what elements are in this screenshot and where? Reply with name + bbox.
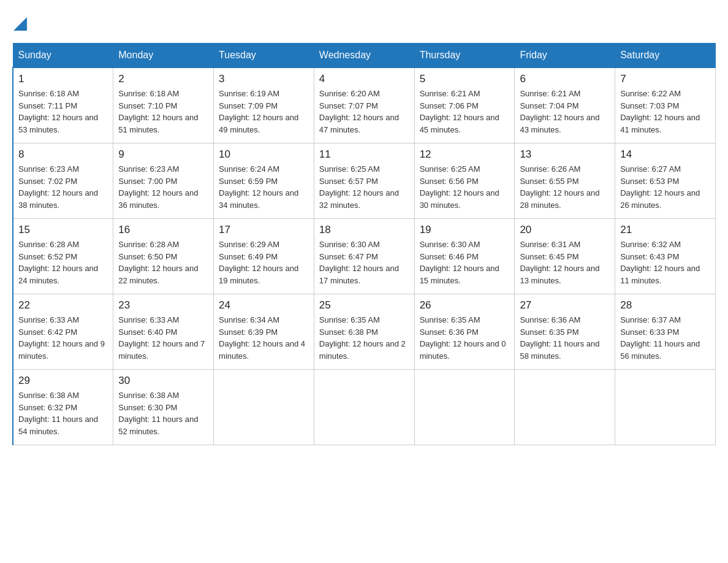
calendar-cell: 10 Sunrise: 6:24 AM Sunset: 6:59 PM Dayl… xyxy=(214,144,314,219)
day-number: 15 xyxy=(18,224,108,236)
calendar-cell: 6 Sunrise: 6:21 AM Sunset: 7:04 PM Dayli… xyxy=(515,67,615,144)
calendar-cell: 14 Sunrise: 6:27 AM Sunset: 6:53 PM Dayl… xyxy=(615,144,716,219)
day-number: 1 xyxy=(18,73,108,85)
day-number: 14 xyxy=(620,148,710,161)
day-info: Sunrise: 6:28 AM Sunset: 6:50 PM Dayligh… xyxy=(118,239,208,286)
calendar-cell: 16 Sunrise: 6:28 AM Sunset: 6:50 PM Dayl… xyxy=(113,219,214,294)
calendar-cell xyxy=(414,370,515,445)
calendar-cell: 1 Sunrise: 6:18 AM Sunset: 7:11 PM Dayli… xyxy=(13,67,113,144)
day-info: Sunrise: 6:33 AM Sunset: 6:42 PM Dayligh… xyxy=(18,314,108,362)
svg-marker-0 xyxy=(13,17,27,31)
day-number: 6 xyxy=(520,73,610,85)
calendar-cell: 21 Sunrise: 6:32 AM Sunset: 6:43 PM Dayl… xyxy=(615,219,716,294)
calendar-cell: 30 Sunrise: 6:38 AM Sunset: 6:30 PM Dayl… xyxy=(113,370,214,445)
day-info: Sunrise: 6:23 AM Sunset: 7:02 PM Dayligh… xyxy=(18,163,108,211)
day-number: 5 xyxy=(420,73,510,85)
day-info: Sunrise: 6:23 AM Sunset: 7:00 PM Dayligh… xyxy=(118,163,208,211)
calendar-cell xyxy=(515,370,615,445)
day-info: Sunrise: 6:31 AM Sunset: 6:45 PM Dayligh… xyxy=(520,239,610,286)
day-number: 4 xyxy=(319,73,409,85)
day-number: 3 xyxy=(219,73,309,85)
day-number: 7 xyxy=(620,73,710,85)
day-info: Sunrise: 6:18 AM Sunset: 7:11 PM Dayligh… xyxy=(18,88,108,136)
calendar-cell: 13 Sunrise: 6:26 AM Sunset: 6:55 PM Dayl… xyxy=(515,144,615,219)
day-number: 11 xyxy=(319,148,409,161)
day-info: Sunrise: 6:24 AM Sunset: 6:59 PM Dayligh… xyxy=(219,163,309,211)
day-info: Sunrise: 6:25 AM Sunset: 6:57 PM Dayligh… xyxy=(319,163,409,211)
page-header xyxy=(12,12,716,33)
day-info: Sunrise: 6:21 AM Sunset: 7:06 PM Dayligh… xyxy=(420,88,510,136)
day-info: Sunrise: 6:38 AM Sunset: 6:32 PM Dayligh… xyxy=(18,389,108,437)
day-info: Sunrise: 6:25 AM Sunset: 6:56 PM Dayligh… xyxy=(420,163,510,211)
logo xyxy=(12,12,27,33)
day-number: 16 xyxy=(118,224,208,236)
day-info: Sunrise: 6:27 AM Sunset: 6:53 PM Dayligh… xyxy=(620,163,710,211)
header-wednesday: Wednesday xyxy=(314,44,414,68)
calendar-header-row: Sunday Monday Tuesday Wednesday Thursday… xyxy=(13,44,716,68)
day-number: 27 xyxy=(520,299,610,312)
day-number: 12 xyxy=(420,148,510,161)
day-number: 30 xyxy=(118,375,208,387)
calendar-week-row: 8 Sunrise: 6:23 AM Sunset: 7:02 PM Dayli… xyxy=(13,144,716,219)
calendar-cell: 17 Sunrise: 6:29 AM Sunset: 6:49 PM Dayl… xyxy=(214,219,314,294)
calendar-cell: 18 Sunrise: 6:30 AM Sunset: 6:47 PM Dayl… xyxy=(314,219,414,294)
header-saturday: Saturday xyxy=(615,44,716,68)
day-number: 17 xyxy=(219,224,309,236)
calendar-cell: 8 Sunrise: 6:23 AM Sunset: 7:02 PM Dayli… xyxy=(13,144,113,219)
calendar-cell: 22 Sunrise: 6:33 AM Sunset: 6:42 PM Dayl… xyxy=(13,294,113,370)
day-info: Sunrise: 6:20 AM Sunset: 7:07 PM Dayligh… xyxy=(319,88,409,136)
day-number: 23 xyxy=(118,299,208,312)
calendar-week-row: 29 Sunrise: 6:38 AM Sunset: 6:32 PM Dayl… xyxy=(13,370,716,445)
calendar-cell: 5 Sunrise: 6:21 AM Sunset: 7:06 PM Dayli… xyxy=(414,67,515,144)
day-info: Sunrise: 6:38 AM Sunset: 6:30 PM Dayligh… xyxy=(118,389,208,437)
day-number: 28 xyxy=(620,299,710,312)
day-number: 24 xyxy=(219,299,309,312)
day-info: Sunrise: 6:29 AM Sunset: 6:49 PM Dayligh… xyxy=(219,239,309,286)
day-info: Sunrise: 6:32 AM Sunset: 6:43 PM Dayligh… xyxy=(620,239,710,286)
day-number: 19 xyxy=(420,224,510,236)
calendar-cell: 23 Sunrise: 6:33 AM Sunset: 6:40 PM Dayl… xyxy=(113,294,214,370)
calendar-cell: 29 Sunrise: 6:38 AM Sunset: 6:32 PM Dayl… xyxy=(13,370,113,445)
header-monday: Monday xyxy=(113,44,214,68)
calendar-cell xyxy=(615,370,716,445)
calendar-cell: 20 Sunrise: 6:31 AM Sunset: 6:45 PM Dayl… xyxy=(515,219,615,294)
day-number: 20 xyxy=(520,224,610,236)
calendar-cell: 26 Sunrise: 6:35 AM Sunset: 6:36 PM Dayl… xyxy=(414,294,515,370)
day-info: Sunrise: 6:35 AM Sunset: 6:36 PM Dayligh… xyxy=(420,314,510,362)
day-number: 21 xyxy=(620,224,710,236)
calendar-week-row: 22 Sunrise: 6:33 AM Sunset: 6:42 PM Dayl… xyxy=(13,294,716,370)
header-tuesday: Tuesday xyxy=(214,44,314,68)
header-thursday: Thursday xyxy=(414,44,515,68)
calendar-cell xyxy=(314,370,414,445)
calendar-table: Sunday Monday Tuesday Wednesday Thursday… xyxy=(12,43,716,445)
day-info: Sunrise: 6:33 AM Sunset: 6:40 PM Dayligh… xyxy=(118,314,208,362)
day-number: 13 xyxy=(520,148,610,161)
day-number: 2 xyxy=(118,73,208,85)
calendar-cell: 4 Sunrise: 6:20 AM Sunset: 7:07 PM Dayli… xyxy=(314,67,414,144)
calendar-cell: 9 Sunrise: 6:23 AM Sunset: 7:00 PM Dayli… xyxy=(113,144,214,219)
calendar-cell: 15 Sunrise: 6:28 AM Sunset: 6:52 PM Dayl… xyxy=(13,219,113,294)
day-info: Sunrise: 6:18 AM Sunset: 7:10 PM Dayligh… xyxy=(118,88,208,136)
logo-flag-icon xyxy=(13,17,27,31)
day-info: Sunrise: 6:19 AM Sunset: 7:09 PM Dayligh… xyxy=(219,88,309,136)
header-friday: Friday xyxy=(515,44,615,68)
calendar-cell: 19 Sunrise: 6:30 AM Sunset: 6:46 PM Dayl… xyxy=(414,219,515,294)
day-number: 29 xyxy=(18,375,108,387)
calendar-cell xyxy=(214,370,314,445)
calendar-cell: 12 Sunrise: 6:25 AM Sunset: 6:56 PM Dayl… xyxy=(414,144,515,219)
day-number: 26 xyxy=(420,299,510,312)
calendar-cell: 2 Sunrise: 6:18 AM Sunset: 7:10 PM Dayli… xyxy=(113,67,214,144)
day-info: Sunrise: 6:30 AM Sunset: 6:47 PM Dayligh… xyxy=(319,239,409,286)
day-info: Sunrise: 6:36 AM Sunset: 6:35 PM Dayligh… xyxy=(520,314,610,362)
day-number: 10 xyxy=(219,148,309,161)
calendar-cell: 24 Sunrise: 6:34 AM Sunset: 6:39 PM Dayl… xyxy=(214,294,314,370)
day-info: Sunrise: 6:35 AM Sunset: 6:38 PM Dayligh… xyxy=(319,314,409,362)
day-number: 22 xyxy=(18,299,108,312)
calendar-week-row: 15 Sunrise: 6:28 AM Sunset: 6:52 PM Dayl… xyxy=(13,219,716,294)
day-number: 18 xyxy=(319,224,409,236)
day-info: Sunrise: 6:34 AM Sunset: 6:39 PM Dayligh… xyxy=(219,314,309,362)
day-info: Sunrise: 6:28 AM Sunset: 6:52 PM Dayligh… xyxy=(18,239,108,286)
day-info: Sunrise: 6:37 AM Sunset: 6:33 PM Dayligh… xyxy=(620,314,710,362)
day-number: 9 xyxy=(118,148,208,161)
calendar-cell: 7 Sunrise: 6:22 AM Sunset: 7:03 PM Dayli… xyxy=(615,67,716,144)
